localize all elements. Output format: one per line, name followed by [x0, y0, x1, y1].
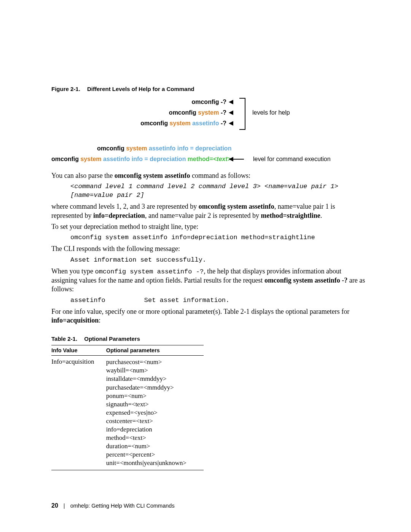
fig-l4-c: assetinfo info = depreciation [147, 145, 232, 152]
fig-l2-b: system [198, 109, 219, 116]
code-block-4: assetinfo Set asset information. [70, 296, 365, 305]
figure-row-3: omconfig system assetinfo -? [51, 118, 365, 129]
p5-c: omconfig system assetinfo -? [264, 276, 347, 284]
para-3: To set your depreciation method to strai… [51, 222, 365, 231]
p6-c: : [99, 316, 100, 324]
figure-body: omconfig -? omconfig system -? levels fo… [51, 97, 365, 165]
figure-spacer [51, 129, 365, 133]
p1-c: command as follows: [190, 172, 250, 179]
p1-b: omconfig system assetinfo [115, 172, 190, 179]
p2-a: where command levels 1, 2, and 3 are rep… [51, 203, 199, 210]
param-item: method=<text> [106, 434, 146, 441]
footer-section: omhelp: Getting Help With CLI Commands [70, 503, 175, 509]
p6-b: info=acquisition [51, 316, 99, 324]
param-item: duration=<num> [106, 443, 150, 450]
figure-row-4b: omconfig system assetinfo info = depreci… [51, 143, 365, 154]
table-row: Info=acquisition purchasecost=<num> wayb… [51, 356, 204, 470]
page-footer: 20 | omhelp: Getting Help With CLI Comma… [51, 502, 175, 509]
param-item: signauth=<text> [106, 401, 149, 408]
figure-row-4 [51, 133, 365, 143]
page-number: 20 [51, 502, 58, 509]
figure-row-2: omconfig system -? levels for help [51, 107, 365, 118]
table-caption: Table 2-1. Optional Parameters [51, 335, 365, 342]
para-6: For one info value, specify one or more … [51, 307, 365, 325]
param-item: percent=<percent> [106, 451, 155, 458]
p5-cmd: omconfig system assetinfo -? [95, 268, 204, 275]
table-header-row: Info Value Optional parameters [51, 345, 204, 356]
param-item: info=depreciation [106, 426, 152, 433]
fig-l2-c: -? [219, 109, 226, 116]
figure-row-5: omconfig system assetinfo info = depreci… [51, 154, 365, 165]
code-block-1: <command level 1 command level 2 command… [70, 182, 365, 200]
param-item: installdate=<mmddyy> [106, 375, 167, 382]
fig-l5-b: system [80, 156, 101, 162]
figure-title: Different Levels of Help for a Command [87, 86, 194, 92]
code-block-3: Asset information set successfully. [70, 256, 365, 265]
fig-l5-c: assetinfo info = depreciation [102, 156, 188, 162]
code-block-2: omconfig system assetinfo info=depreciat… [70, 233, 365, 242]
fig-l5-d: method= [188, 156, 213, 162]
param-item: costcenter=<text> [106, 417, 153, 425]
p2-e: , and name=value pair 2 is represented b… [145, 212, 261, 219]
param-item: waybill=<num> [106, 367, 148, 374]
fig-l3-d: -? [219, 120, 226, 126]
p6-a: For one info value, specify one or more … [51, 308, 349, 315]
table-label: Table 2-1. [51, 335, 77, 342]
para-2: where command levels 1, 2, and 3 are rep… [51, 202, 365, 220]
fig-l4-a: omconfig [97, 145, 126, 152]
figure-row-1: omconfig -? [51, 97, 365, 107]
param-item: purchasedate=<mmddyy> [106, 384, 174, 391]
fig-l4-b: system [126, 145, 147, 152]
fig-l3-c: assetinfo [191, 120, 219, 126]
figure-exec-label: level for command execution [253, 156, 331, 162]
td-optional-params: purchasecost=<num> waybill=<num> install… [106, 356, 204, 470]
page: Figure 2-1. Different Levels of Help for… [0, 0, 411, 532]
help-levels-bracket [239, 98, 245, 130]
arrow-line [233, 159, 244, 160]
arrow-left-icon [229, 121, 233, 126]
fig-l3-b: system [170, 120, 191, 126]
arrow-left-icon [229, 100, 233, 104]
fig-l5-a: omconfig [51, 156, 80, 162]
fig-l2-a: omconfig [169, 109, 198, 116]
body-text: You can also parse the omconfig system a… [51, 171, 365, 325]
figure-label: Figure 2-1. [51, 86, 80, 92]
p2-d: info=depreciation [93, 212, 145, 219]
param-item: purchasecost=<num> [106, 358, 162, 366]
param-item: unit=<months|years|unknown> [106, 459, 186, 466]
arrow-left-icon [229, 110, 233, 115]
p2-b: omconfig system assetinfo [199, 203, 274, 210]
figure-caption: Figure 2-1. Different Levels of Help for… [51, 86, 365, 92]
param-item: expensed=<yes|no> [106, 409, 158, 416]
figure-help-label: levels for help [252, 109, 290, 116]
td-info-value: Info=acquisition [51, 356, 106, 470]
footer-separator: | [64, 503, 65, 509]
p5-a: When you type [51, 267, 95, 275]
p2-f: method=straightline [261, 212, 320, 219]
fig-line-1: omconfig -? [191, 99, 226, 105]
fig-l3-a: omconfig [140, 120, 169, 126]
th-optional-params: Optional parameters [106, 345, 204, 356]
param-item: ponum=<num> [106, 392, 147, 399]
arrow-left-icon [229, 157, 233, 161]
p2-g: . [320, 212, 322, 219]
p1-a: You can also parse the [51, 172, 115, 179]
para-5: When you type omconfig system assetinfo … [51, 267, 365, 294]
para-1: You can also parse the omconfig system a… [51, 171, 365, 180]
optional-parameters-table: Info Value Optional parameters Info=acqu… [51, 345, 204, 470]
th-info-value: Info Value [51, 345, 106, 356]
table-title: Optional Parameters [84, 335, 140, 342]
para-4: The CLI responds with the following mess… [51, 244, 365, 253]
